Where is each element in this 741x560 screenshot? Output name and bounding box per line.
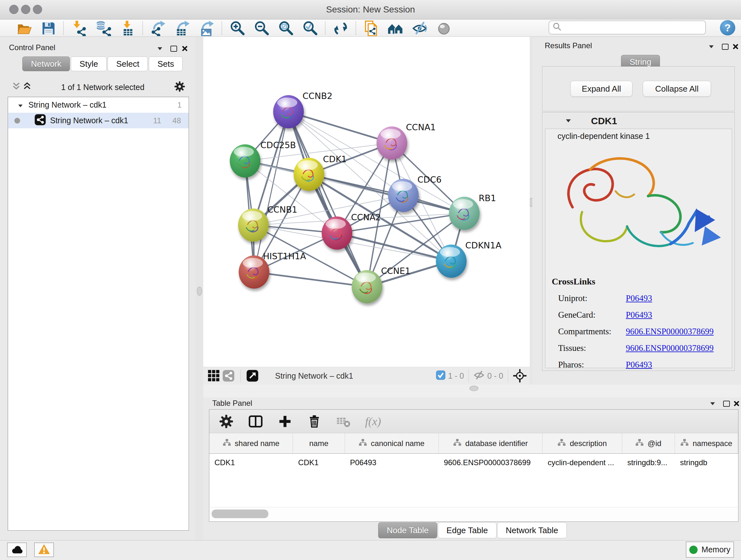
search-box[interactable]: [549, 20, 706, 35]
network-node-CDKN1A[interactable]: [436, 245, 467, 278]
results-panel-menu-icon[interactable]: [707, 43, 716, 51]
home-icon[interactable]: [387, 20, 403, 36]
table-row[interactable]: CDK1CDK1P064939606.ENSP00000378699cyclin…: [209, 454, 738, 472]
import-database-icon[interactable]: [95, 20, 111, 36]
network-node-CDC25B[interactable]: [230, 144, 260, 178]
tab-style[interactable]: Style: [71, 57, 107, 71]
zoom-fit-icon[interactable]: [278, 20, 293, 36]
splitter-handle-icon[interactable]: [197, 287, 202, 296]
tab-node-table[interactable]: Node Table: [378, 522, 437, 538]
export-network-icon[interactable]: [150, 20, 166, 36]
crosslink-link[interactable]: 9606.ENSP00000378699: [626, 327, 714, 336]
gene-expander-icon[interactable]: [565, 118, 571, 124]
save-session-icon[interactable]: [40, 20, 56, 36]
column-header-description[interactable]: description: [542, 433, 622, 453]
crosslink-link[interactable]: P06493: [626, 294, 652, 303]
search-input[interactable]: [562, 23, 700, 32]
tab-edge-table[interactable]: Edge Table: [438, 522, 496, 538]
columns-icon[interactable]: [248, 414, 264, 429]
tab-network[interactable]: Network: [22, 57, 70, 71]
gear-icon[interactable]: [218, 414, 234, 429]
table-horizontal-scrollbar[interactable]: [210, 507, 738, 521]
share-view-icon[interactable]: [221, 368, 236, 384]
network-node-CCNB2[interactable]: [273, 95, 304, 128]
expand-all-chevron-icon[interactable]: [23, 82, 31, 92]
refresh-icon[interactable]: [333, 20, 348, 36]
network-edge[interactable]: [288, 112, 392, 143]
grid-view-icon[interactable]: [206, 368, 221, 384]
column-header-namespace[interactable]: namespace: [675, 433, 738, 453]
column-header-shared-name[interactable]: shared name: [209, 433, 293, 453]
crosslink-link[interactable]: 9606.ENSP00000378699: [626, 343, 714, 353]
memory-button[interactable]: Memory: [686, 542, 734, 558]
table-cell[interactable]: stringdb: [675, 454, 738, 472]
table-panel-float-icon[interactable]: [722, 399, 731, 408]
right-splitter[interactable]: [530, 37, 532, 384]
crosslink-link[interactable]: P06493: [626, 360, 652, 370]
crosslink-link[interactable]: P06493: [626, 310, 652, 320]
gear-icon[interactable]: [174, 81, 185, 93]
horizontal-splitter[interactable]: [203, 384, 741, 397]
table-cell[interactable]: P06493: [345, 454, 439, 472]
hidden-eye-icon[interactable]: [473, 370, 485, 381]
open-session-icon[interactable]: [16, 20, 32, 36]
network-node-CDK1[interactable]: [293, 158, 324, 191]
control-panel-menu-icon[interactable]: [156, 44, 164, 53]
export-table-icon[interactable]: [174, 20, 190, 36]
presentation-icon[interactable]: [436, 20, 452, 36]
tab-sets[interactable]: Sets: [149, 57, 183, 71]
hide-panels-icon[interactable]: [412, 20, 428, 36]
warnings-button[interactable]: [34, 543, 54, 557]
cloud-button[interactable]: [7, 543, 27, 557]
selected-checkbox-icon[interactable]: [436, 370, 446, 381]
export-image-icon[interactable]: [199, 20, 214, 36]
add-column-icon[interactable]: [277, 414, 293, 429]
tab-select[interactable]: Select: [108, 57, 148, 71]
results-panel-close-icon[interactable]: [731, 43, 740, 51]
network-node-CCNE1[interactable]: [352, 270, 382, 303]
splitter-handle-icon[interactable]: [469, 386, 478, 391]
help-icon[interactable]: ?: [720, 20, 735, 36]
network-row-selected[interactable]: String Network – cdk1 11 48: [8, 113, 189, 128]
network-node-RB1[interactable]: [449, 197, 480, 230]
table-panel-menu-icon[interactable]: [709, 399, 717, 408]
string-import-icon[interactable]: [363, 20, 379, 36]
collapse-all-chevron-icon[interactable]: [12, 82, 20, 92]
network-canvas[interactable]: CCNB2CCNA1CDC25BCDK1CDC6RB1CCNB1CCNA2CDK…: [203, 37, 530, 367]
tab-network-table[interactable]: Network Table: [497, 522, 567, 538]
table-cell[interactable]: CDK1: [209, 454, 293, 472]
results-panel-float-icon[interactable]: [721, 43, 729, 51]
network-node-CCNA2[interactable]: [322, 216, 352, 250]
zoom-out-icon[interactable]: [253, 20, 269, 36]
table-cell[interactable]: cyclin-dependent ...: [542, 454, 622, 472]
collapse-all-button[interactable]: Collapse All: [643, 81, 711, 97]
network-node-CDC6[interactable]: [388, 179, 419, 212]
network-edge[interactable]: [254, 112, 288, 272]
scrollbar-thumb[interactable]: [212, 509, 268, 518]
table-cell[interactable]: stringdb:9...: [622, 454, 675, 472]
column-header-database-identifier[interactable]: database identifier: [439, 433, 543, 453]
zoom-in-icon[interactable]: [229, 20, 245, 36]
control-panel-close-icon[interactable]: [181, 44, 189, 53]
tree-expander-icon[interactable]: [17, 100, 23, 110]
table-cell[interactable]: CDK1: [293, 454, 345, 472]
zoom-selected-icon[interactable]: [302, 20, 318, 36]
network-node-CCNB1[interactable]: [238, 208, 269, 242]
table-cell[interactable]: 9606.ENSP00000378699: [439, 454, 543, 472]
network-node-CCNA1[interactable]: [377, 126, 407, 160]
network-edge[interactable]: [254, 272, 367, 287]
import-network-icon[interactable]: [71, 20, 87, 36]
birdseye-crosshair-icon[interactable]: [513, 368, 527, 384]
column-header-name[interactable]: name: [293, 433, 345, 453]
column-header-canonical-name[interactable]: canonical name: [345, 433, 439, 453]
network-collection-row[interactable]: String Network – cdk1 1: [8, 97, 189, 113]
control-panel-float-icon[interactable]: [170, 44, 178, 53]
import-table-icon[interactable]: [119, 20, 135, 36]
column-header--id[interactable]: @id: [622, 433, 675, 453]
open-external-icon[interactable]: [245, 368, 260, 384]
left-splitter[interactable]: [195, 37, 203, 540]
delete-column-trash-icon[interactable]: [307, 414, 322, 429]
table-panel-close-icon[interactable]: [732, 399, 741, 408]
hierarchy-icon: [680, 439, 689, 448]
expand-all-button[interactable]: Expand All: [570, 81, 632, 97]
